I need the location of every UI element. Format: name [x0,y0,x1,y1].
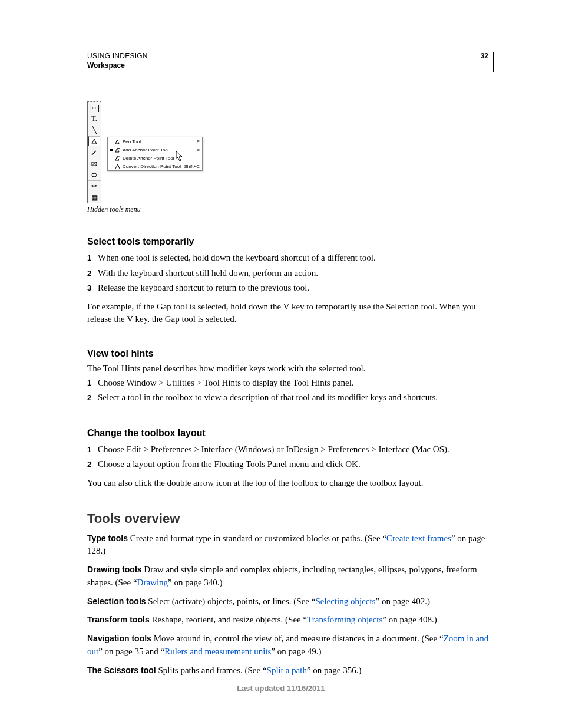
def-text-post: ” on page 356.) [307,666,361,675]
step-text: Choose Window > Utilities > Tool Hints t… [98,375,494,391]
def-text-post: ” on page 402.) [375,597,429,606]
link-rulers-units[interactable]: Rulers and measurement units [164,647,271,656]
steps-view-hints: 1Choose Window > Utilities > Tool Hints … [87,375,494,406]
tool-ellipse-icon [88,169,101,180]
flyout-shortcut: Shift+C [184,164,200,169]
page-number-wrap: 32 [481,52,494,72]
def-text: Move around in, control the view of, and… [151,634,444,643]
def-text: Create and format type in standard or cu… [128,533,386,543]
step-number: 1 [87,251,98,266]
step: 2Select a tool in the toolbox to view a … [87,390,494,406]
step-text: Release the keyboard shortcut to return … [98,281,494,296]
def-text: Reshape, reorient, and resize objects. (… [150,615,307,624]
para-example: For example, if the Gap tool is selected… [87,301,494,327]
heading-select-tools-temporarily: Select tools temporarily [87,236,494,247]
step: 1When one tool is selected, hold down th… [87,251,494,266]
convert-point-icon [114,163,120,169]
def-text-post: ” on page 49.) [271,647,321,656]
step: 2Choose a layout option from the Floatin… [87,457,494,472]
step-number: 3 [87,281,98,296]
def-scissors-tool: The Scissors tool Splits paths and frame… [87,664,494,677]
step-number: 1 [87,375,98,391]
def-type-tools: Type tools Create and format type in sta… [87,532,494,558]
flyout-label: Convert Direction Point Tool [123,164,181,169]
def-transform-tools: Transform tools Reshape, reorient, and r… [87,614,494,627]
step: 3Release the keyboard shortcut to return… [87,281,494,296]
para-tool-hints: The Tool Hints panel describes how modif… [87,363,494,375]
tool-pencil-icon [88,147,101,158]
tool-pen-icon [88,136,100,146]
step-number: 2 [87,390,98,406]
def-text-post: ” on page 408.) [382,615,437,624]
step-text: Select a tool in the toolbox to view a d… [98,390,494,406]
flyout-item-delete-anchor: Delete Anchor Point Tool - [108,154,202,162]
tool-frame-icon [88,158,101,169]
figure-hidden-tools: |↔| T. ╲ ✂ ▦ Pen Tool P [87,101,494,202]
pen-tool-flyout: Pen Tool P Add Anchor Point Tool = Delet… [107,137,203,171]
step-number: 1 [87,442,98,457]
def-lead: Selection tools [87,597,146,606]
def-drawing-tools: Drawing tools Draw and style simple and … [87,564,494,589]
steps-select-temp: 1When one tool is selected, hold down th… [87,251,494,296]
figure-caption: Hidden tools menu [87,205,494,214]
doc-title: USING INDESIGN [87,52,148,60]
link-transforming-objects[interactable]: Transforming objects [307,615,382,624]
link-split-path[interactable]: Split a path [267,666,307,675]
flyout-item-pen: Pen Tool P [108,137,202,146]
pen-plus-icon [114,147,120,153]
toolbox-strip: |↔| T. ╲ ✂ ▦ [87,101,101,203]
page-header: USING INDESIGN Workspace 32 [87,52,494,72]
page-number: 32 [481,52,488,60]
def-lead: Transform tools [87,615,150,624]
doc-section: Workspace [87,61,148,70]
pen-minus-icon [114,155,120,161]
flyout-label: Delete Anchor Point Tool [123,156,174,161]
step-text: With the keyboard shortcut still held do… [98,266,494,281]
def-lead: The Scissors tool [87,666,156,675]
step: 1Choose Window > Utilities > Tool Hints … [87,375,494,391]
heading-change-toolbox-layout: Change the toolbox layout [87,428,494,439]
step: 1Choose Edit > Preferences > Interface (… [87,442,494,457]
def-lead: Type tools [87,533,128,543]
tool-gradient-icon: ▦ [88,192,101,203]
flyout-label: Pen Tool [123,139,141,144]
def-lead: Drawing tools [87,565,142,574]
def-lead: Navigation tools [87,634,151,643]
flyout-item-add-anchor: Add Anchor Point Tool = [108,146,202,154]
heading-view-tool-hints: View tool hints [87,348,494,359]
step-text: Choose a layout option from the Floating… [98,457,494,472]
header-left: USING INDESIGN Workspace [87,52,148,70]
def-navigation-tools: Navigation tools Move around in, control… [87,633,494,658]
step-number: 2 [87,266,98,281]
pen-icon [114,139,120,144]
tool-type-icon: T. [88,113,101,124]
def-text-post: ” on page 340.) [168,578,222,587]
flyout-shortcut: P [197,139,200,144]
cursor-icon [176,151,184,164]
link-create-text-frames[interactable]: Create text frames [386,533,451,543]
def-text: Select (activate) objects, points, or li… [146,597,316,606]
svg-point-1 [92,173,97,177]
tool-scissors-icon: ✂ [88,180,101,192]
heading-tools-overview: Tools overview [87,511,494,526]
flyout-label: Add Anchor Point Tool [123,147,169,153]
footer-last-updated: Last updated 11/16/2011 [0,684,562,693]
step-number: 2 [87,457,98,472]
flyout-item-convert-point: Convert Direction Point Tool Shift+C [108,162,202,170]
para-double-arrow: You can also click the double arrow icon… [87,477,494,490]
def-selection-tools: Selection tools Select (activate) object… [87,595,494,608]
def-text: Splits paths and frames. (See “ [156,666,267,675]
step: 2With the keyboard shortcut still held d… [87,266,494,281]
tool-line-icon: ╲ [88,124,101,136]
link-selecting-objects[interactable]: Selecting objects [315,597,375,606]
flyout-shortcut: - [198,156,200,161]
step-text: When one tool is selected, hold down the… [98,251,494,266]
selected-dot-icon [110,149,113,151]
def-text-mid: ” on page 35 and “ [98,647,164,656]
steps-change-layout: 1Choose Edit > Preferences > Interface (… [87,442,494,472]
step-text: Choose Edit > Preferences > Interface (W… [98,442,494,457]
flyout-shortcut: = [197,147,200,153]
link-drawing[interactable]: Drawing [137,578,168,587]
tool-gap-icon: |↔| [88,102,101,113]
